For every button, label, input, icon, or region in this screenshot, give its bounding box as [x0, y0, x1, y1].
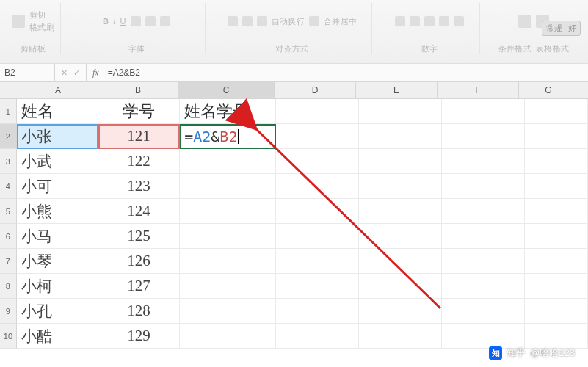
col-header-f[interactable]: F	[438, 82, 519, 98]
cell[interactable]	[276, 299, 359, 324]
wrap-text-button[interactable]: 自动换行	[272, 16, 305, 27]
cell[interactable]	[359, 99, 442, 124]
cell[interactable]	[442, 324, 525, 349]
row-header[interactable]: 3	[0, 149, 17, 174]
cell[interactable]	[525, 299, 588, 324]
cell[interactable]	[525, 99, 588, 124]
formula-input[interactable]: =A2&B2	[105, 68, 588, 78]
cell[interactable]: 126	[98, 249, 180, 274]
cell[interactable]: 小柯	[17, 274, 98, 299]
row-header[interactable]: 9	[0, 299, 17, 324]
active-cell-c2[interactable]: =A2&B2	[180, 124, 276, 149]
fx-icon[interactable]: fx	[87, 68, 105, 79]
align-right-icon[interactable]	[257, 16, 267, 26]
italic-button[interactable]: I	[113, 17, 115, 26]
cell[interactable]: 125	[98, 224, 180, 249]
row-header[interactable]: 7	[0, 249, 17, 274]
row-header[interactable]: 6	[0, 224, 17, 249]
cell[interactable]	[276, 324, 359, 349]
cell[interactable]	[180, 199, 276, 224]
cell[interactable]	[276, 199, 359, 224]
cell[interactable]: 小武	[17, 149, 98, 174]
cell[interactable]	[180, 149, 276, 174]
name-box[interactable]: B2	[0, 64, 55, 81]
conditional-format-icon[interactable]	[518, 15, 531, 28]
cell[interactable]: 小孔	[17, 299, 98, 324]
col-header-e[interactable]: E	[356, 82, 438, 98]
cell[interactable]	[442, 124, 525, 149]
cell[interactable]	[442, 199, 525, 224]
cell[interactable]: 小熊	[17, 199, 98, 224]
fill-color-icon[interactable]	[145, 16, 156, 26]
underline-button[interactable]: U	[120, 17, 126, 26]
cell[interactable]	[525, 274, 588, 299]
cell[interactable]: 129	[98, 324, 180, 349]
increase-decimal-icon[interactable]	[439, 16, 449, 26]
cell[interactable]	[442, 99, 525, 124]
cell[interactable]	[180, 224, 276, 249]
cell[interactable]	[442, 224, 525, 249]
cell[interactable]	[525, 124, 588, 149]
cell[interactable]	[359, 324, 442, 349]
cell[interactable]	[359, 149, 442, 174]
font-color-icon[interactable]	[160, 16, 170, 26]
cell[interactable]: 123	[98, 174, 180, 199]
cell[interactable]: 姓名	[17, 99, 98, 124]
merge-icon[interactable]	[309, 16, 319, 26]
cell[interactable]	[442, 274, 525, 299]
cell[interactable]: 小马	[17, 224, 98, 249]
cell[interactable]	[525, 224, 588, 249]
col-header-b[interactable]: B	[98, 82, 178, 98]
bold-button[interactable]: B	[103, 17, 109, 26]
cell[interactable]	[442, 249, 525, 274]
row-header[interactable]: 5	[0, 199, 17, 224]
select-all-corner[interactable]	[0, 82, 18, 98]
cell[interactable]	[359, 174, 442, 199]
comma-icon[interactable]	[424, 16, 435, 26]
cut-label[interactable]: 剪切	[29, 10, 54, 21]
cell[interactable]	[276, 149, 359, 174]
cell[interactable]	[180, 299, 276, 324]
cell[interactable]	[359, 199, 442, 224]
align-center-icon[interactable]	[242, 16, 253, 26]
cell[interactable]	[525, 149, 588, 174]
cell[interactable]	[359, 249, 442, 274]
border-icon[interactable]	[131, 16, 141, 26]
col-header-g[interactable]: G	[519, 82, 578, 98]
cell[interactable]: 姓名学号	[180, 99, 276, 124]
cell[interactable]	[276, 274, 359, 299]
cell[interactable]: 122	[98, 149, 180, 174]
decrease-decimal-icon[interactable]	[454, 16, 464, 26]
row-header[interactable]: 4	[0, 174, 17, 199]
row-header[interactable]: 8	[0, 274, 17, 299]
row-header[interactable]: 2	[0, 124, 17, 149]
cell[interactable]: 学号	[98, 99, 180, 124]
cell[interactable]	[525, 324, 588, 349]
enter-icon[interactable]: ✓	[73, 68, 80, 78]
paste-icon[interactable]	[12, 15, 25, 28]
merge-center-button[interactable]: 合并居中	[324, 16, 357, 27]
cell[interactable]	[525, 249, 588, 274]
cell[interactable]	[276, 249, 359, 274]
col-header-c[interactable]: C	[178, 82, 275, 98]
cell[interactable]	[276, 99, 359, 124]
cell[interactable]	[442, 299, 525, 324]
col-header-a[interactable]: A	[18, 82, 98, 98]
cell[interactable]: 127	[98, 274, 180, 299]
cell[interactable]	[442, 149, 525, 174]
cell[interactable]	[359, 299, 442, 324]
cell[interactable]: 小琴	[17, 249, 98, 274]
cell[interactable]	[276, 174, 359, 199]
cell[interactable]	[276, 224, 359, 249]
cell[interactable]	[180, 249, 276, 274]
cell[interactable]: 小可	[17, 174, 98, 199]
cell[interactable]	[180, 274, 276, 299]
cell[interactable]	[359, 274, 442, 299]
format-painter-label[interactable]: 格式刷	[29, 22, 54, 33]
col-header-d[interactable]: D	[275, 82, 356, 98]
cell[interactable]	[525, 199, 588, 224]
currency-icon[interactable]	[395, 16, 405, 26]
cell[interactable]	[180, 324, 276, 349]
cell[interactable]	[359, 224, 442, 249]
cell[interactable]	[180, 174, 276, 199]
